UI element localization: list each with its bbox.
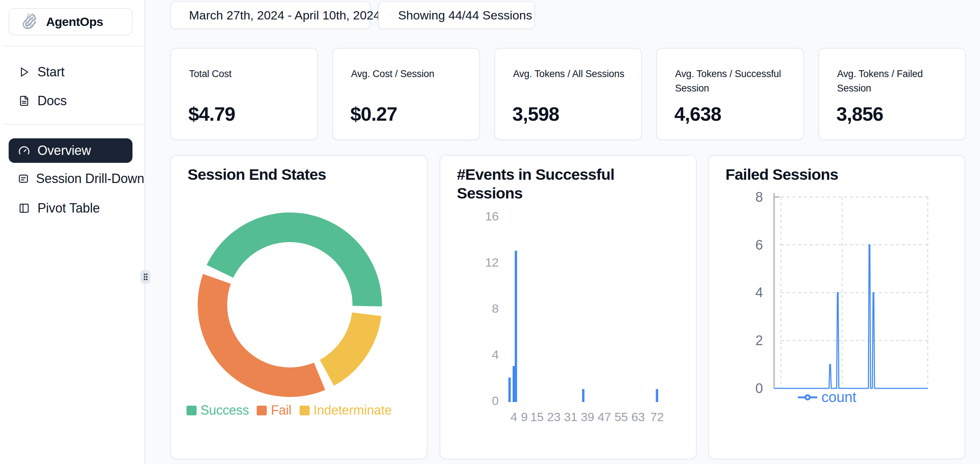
date-range-button[interactable]: March 27th, 2024 - April 10th, 2024 [170,1,371,29]
bar-x2 [508,378,511,402]
y-axis-tick-label: 8 [755,190,763,205]
stat-value: $0.27 [350,103,397,125]
bar-x5 [515,251,517,402]
sessions-filter-button[interactable]: Showing 44/44 Sessions [378,1,535,29]
sidebar-item-docs[interactable]: Docs [9,89,132,112]
legend-label: Fail [271,403,291,418]
sessions-filter-label: Showing 44/44 Sessions [398,8,532,22]
x-axis-tick-label: 72 [650,410,663,424]
y-axis-tick-label: 2 [755,333,763,348]
x-axis-tick-label: 47 [598,410,611,424]
sidebar-item-label: Docs [37,93,67,108]
play-icon [18,66,30,78]
x-axis-tick-label: 4 [511,410,517,424]
sidebar-item-label: Overview [37,143,91,158]
sidebar-item-pivot-table[interactable]: Pivot Table [9,197,132,220]
legend-item-success[interactable]: Success [186,403,249,418]
panel-columns-icon [18,202,30,214]
stat-card-total-cost: Total Cost$4.79 [170,48,318,140]
app-title: AgentOps [46,15,103,29]
sidebar-divider [3,124,143,124]
line-legend[interactable]: count [699,389,955,405]
x-axis-tick-label: 23 [547,410,560,424]
legend-label: Indeterminate [313,403,392,418]
donut-slice-fail [198,274,325,397]
y-axis-tick-label: 4 [492,348,499,361]
stat-label: Total Cost [189,67,301,81]
grip-dots-icon [143,273,148,281]
date-range-label: March 27th, 2024 - April 10th, 2024 [189,8,380,22]
y-axis-tick-label: 16 [485,209,499,223]
legend-swatch [186,406,197,415]
stat-label: Avg. Tokens / Failed Session [837,67,949,96]
sidebar-resize-handle[interactable] [140,270,151,284]
donut-slice-indeterminate [320,313,381,386]
count-legend-label: count [822,389,856,405]
sidebar-item-label: Session Drill-Down [36,171,144,186]
sidebar-item-label: Pivot Table [37,201,100,216]
y-axis-tick-label: 8 [492,301,499,315]
paperclip-logo-icon [21,13,38,30]
x-axis-tick-label: 39 [581,410,594,424]
stat-value: 3,598 [512,103,559,125]
stat-card-avg-cost-session: Avg. Cost / Session$0.27 [332,48,480,140]
y-axis-tick-label: 4 [755,285,763,300]
legend-item-fail[interactable]: Fail [257,403,291,418]
sidebar-item-overview[interactable]: Overview [9,138,132,163]
legend-swatch [257,406,267,415]
y-axis-tick-label: 12 [485,255,499,269]
stat-value: 3,856 [836,103,883,125]
x-axis-tick-label: 9 [521,410,528,424]
legend-label: Success [200,403,249,418]
bar-x4 [513,366,515,402]
bar-x37 [582,389,585,402]
x-axis-tick-label: 63 [631,410,644,424]
x-axis-tick-label: 55 [614,410,628,424]
stat-card-avg-tokens-all-sessions: Avg. Tokens / All Sessions3,598 [494,48,642,140]
y-axis-tick-label: 0 [492,394,499,407]
donut-slice-success [207,212,382,306]
stat-value: $4.79 [188,103,235,125]
document-icon [18,95,30,107]
sidebar-item-start[interactable]: Start [9,61,132,84]
failed-sessions-line-chart: 02468 [709,156,966,460]
gauge-icon [18,145,30,157]
failed-sessions-card: Failed Sessions 02468 count [708,155,965,459]
legend-swatch [299,406,310,415]
sidebar-divider [3,46,143,46]
stat-label: Avg. Cost / Session [351,67,463,81]
sidebar-item-label: Start [37,64,64,80]
stat-card-avg-tokens-failed-session: Avg. Tokens / Failed Session3,856 [818,48,966,140]
bar-x72 [656,389,659,402]
x-axis-tick-label: 31 [564,410,577,424]
app-logo[interactable]: AgentOps [9,8,132,35]
donut-legend: SuccessFailIndeterminate [161,403,417,418]
events-in-successful-sessions-card: #Events in Successful Sessions 048121649… [440,155,697,459]
sidebar: AgentOps StartDocs OverviewSession Drill… [0,0,145,464]
events-histogram-chart: 0481216491523313947556372 [440,156,697,460]
stat-label: Avg. Tokens / All Sessions [513,67,625,81]
y-axis-tick-label: 6 [755,238,763,252]
list-box-icon [18,172,29,185]
sidebar-item-session-drill-down[interactable]: Session Drill-Down [9,167,132,190]
count-series-marker-icon [798,394,817,400]
x-axis-tick-label: 15 [530,410,544,424]
stat-label: Avg. Tokens / Successful Session [675,67,787,96]
stat-value: 4,638 [675,103,721,125]
legend-item-indeterminate[interactable]: Indeterminate [299,403,392,418]
session-end-states-card: Session End States SuccessFailIndetermin… [170,155,427,459]
count-series-line [774,245,928,388]
filter-lines-icon [390,10,390,20]
stat-card-avg-tokens-successful-session: Avg. Tokens / Successful Session4,638 [656,48,804,140]
